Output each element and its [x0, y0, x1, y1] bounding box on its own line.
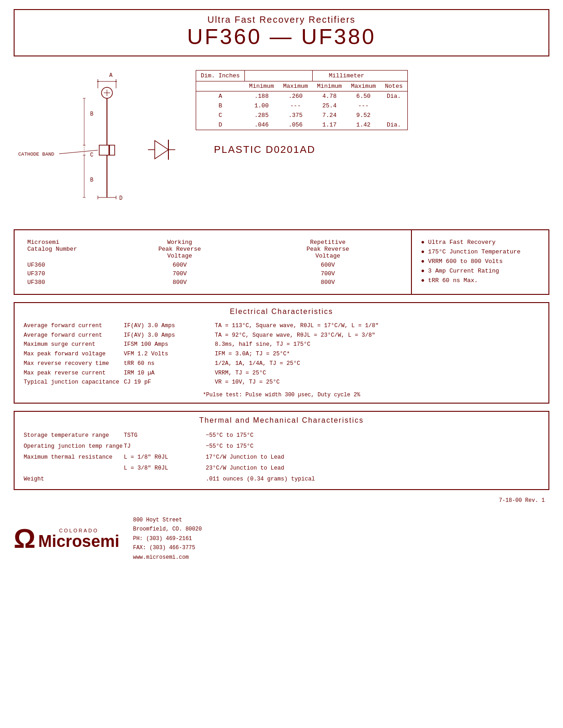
thermal-row: Operating junction temp range TJ −55°C t… — [24, 441, 539, 452]
contact-info: 800 Hoyt Street Broomfield, CO. 80020 PH… — [133, 516, 202, 562]
elec-condition: VR = 10V, TJ = 25°C — [215, 378, 539, 387]
logo-text-area: COLORADO Microsemi — [38, 528, 119, 550]
elec-condition: TA = 113°C, Square wave, RθJL = 17°C/W, … — [215, 322, 539, 330]
feature-item: 175°C Junction Temperature — [421, 247, 539, 257]
electrical-row: Average forward current IF(AV) 3.0 Amps … — [24, 331, 539, 340]
electrical-row: Max peak reverse current IRM 10 µA VRRM,… — [24, 369, 539, 378]
header-box: Ultra Fast Recovery Rectifiers UF360 — U… — [14, 9, 549, 56]
dim-row: A .188 .260 4.78 6.50 Dia. — [196, 91, 408, 101]
svg-text:C: C — [90, 152, 93, 158]
address-line1: 800 Hoyt Street — [133, 516, 202, 525]
electrical-section: Electrical Characteristics Average forwa… — [14, 302, 549, 404]
elec-symbol: tRR 60 ns — [124, 359, 215, 368]
thermal-row: Weight .011 ounces (0.34 grams) typical — [24, 474, 539, 485]
elec-condition: TA = 92°C, Square wave, RθJL = 23°C/W, L… — [215, 331, 539, 340]
svg-rect-11 — [99, 145, 115, 155]
fax: FAX: (303) 466-3775 — [133, 543, 202, 552]
address-line2: Broomfield, CO. 80020 — [133, 525, 202, 534]
catalog-row: UF370 700V 700V — [24, 269, 402, 278]
elec-param: Typical junction capacitance — [24, 378, 124, 387]
elec-param: Max peak reverse current — [24, 369, 124, 378]
therm-value: 17°C/W Junction to Lead — [206, 453, 539, 462]
schematic-diagram: A B CATHODE BAND — [14, 66, 187, 211]
therm-param: Operating junction temp range — [24, 442, 124, 451]
dimensions-table: Dim. Inches Millimeter Minimum Maximum M… — [196, 70, 408, 130]
elec-param: Average forward current — [24, 331, 124, 340]
elec-param: Maximum surge current — [24, 340, 124, 349]
therm-value: −55°C to 175°C — [206, 442, 539, 451]
electrical-row: Max peak forward voltage VFM 1.2 Volts I… — [24, 349, 539, 359]
thermal-section: Thermal and Mechanical Characteristics S… — [14, 411, 549, 490]
electrical-row: Typical junction capacitance CJ 19 pF VR… — [24, 378, 539, 387]
thermal-rows: Storage temperature range TSTG −55°C to … — [24, 430, 539, 485]
diagram-area: A B CATHODE BAND — [14, 66, 187, 220]
electrical-row: Average forward current IF(AV) 3.0 Amps … — [24, 321, 539, 331]
diagram-section: A B CATHODE BAND — [14, 66, 549, 220]
elec-symbol: IF(AV) 3.0 Amps — [124, 331, 215, 340]
elec-condition: 8.3ms, half sine, TJ = 175°C — [215, 340, 539, 349]
elec-condition: IFM = 3.0A; TJ = 25°C* — [215, 350, 539, 359]
elec-symbol: IFSM 100 Amps — [124, 340, 215, 349]
header-subtitle: Ultra Fast Recovery Rectifiers — [24, 15, 539, 25]
dim-table-area: Dim. Inches Millimeter Minimum Maximum M… — [196, 66, 549, 220]
therm-symbol: L = 3/8" RθJL — [124, 464, 206, 473]
dim-row: C .285 .375 7.24 9.52 — [196, 111, 408, 120]
mm-col-header: Millimeter — [313, 70, 380, 81]
catalog-row: UF380 800V 800V — [24, 278, 402, 287]
elec-symbol: IRM 10 µA — [124, 369, 215, 378]
logo-section: Ω COLORADO Microsemi 800 Hoyt Street Bro… — [14, 511, 549, 562]
dim-row: B 1.00 --- 25.4 --- — [196, 101, 408, 111]
svg-text:B: B — [90, 177, 93, 183]
elec-symbol: IF(AV) 3.0 Amps — [124, 322, 215, 330]
features-list: Ultra Fast Recovery175°C Junction Temper… — [421, 238, 539, 285]
catalog-col3-header: RepetitivePeak ReverseVoltage — [254, 238, 402, 261]
svg-text:D: D — [119, 195, 122, 202]
thermal-row: Maximum thermal resistance L = 1/8" RθJL… — [24, 452, 539, 463]
header-part-number: UF360 — UF380 — [24, 25, 539, 49]
catalog-table: MicrosemiCatalog Number WorkingPeak Reve… — [24, 238, 402, 287]
therm-value: .011 ounces (0.34 grams) typical — [206, 475, 539, 484]
pulse-note: *Pulse test: Pulse width 300 µsec, Duty … — [24, 392, 539, 398]
elec-param: Max peak forward voltage — [24, 350, 124, 359]
dim-col-header: Dim. Inches — [196, 70, 245, 81]
logo-microsemi: Microsemi — [38, 533, 119, 550]
feature-item: Ultra Fast Recovery — [421, 238, 539, 247]
package-label: PLASTIC D0201AD — [214, 144, 549, 156]
therm-value: 23°C/W Junction to Lead — [206, 464, 539, 473]
electrical-rows: Average forward current IF(AV) 3.0 Amps … — [24, 321, 539, 387]
therm-param: Storage temperature range — [24, 431, 124, 440]
electrical-row: Max reverse recovery time tRR 60 ns 1/2A… — [24, 359, 539, 369]
footer-revision: 7-18-00 Rev. 1 — [14, 497, 549, 504]
thermal-row: Storage temperature range TSTG −55°C to … — [24, 430, 539, 441]
svg-text:CATHODE BAND: CATHODE BAND — [18, 152, 55, 157]
catalog-left: MicrosemiCatalog Number WorkingPeak Reve… — [15, 230, 412, 294]
thermal-row: L = 3/8" RθJL 23°C/W Junction to Lead — [24, 463, 539, 474]
electrical-title: Electrical Characteristics — [24, 308, 539, 316]
elec-param: Max reverse recovery time — [24, 359, 124, 368]
svg-text:A: A — [109, 72, 113, 79]
logo-area: Ω COLORADO Microsemi — [14, 525, 119, 552]
therm-param: Maximum thermal resistance — [24, 453, 124, 462]
therm-symbol: TJ — [124, 442, 206, 451]
website: www.microsemi.com — [133, 553, 202, 562]
elec-symbol: VFM 1.2 Volts — [124, 350, 215, 359]
features-box: Ultra Fast Recovery175°C Junction Temper… — [412, 230, 548, 294]
electrical-row: Maximum surge current IFSM 100 Amps 8.3m… — [24, 340, 539, 349]
thermal-title: Thermal and Mechanical Characteristics — [24, 416, 539, 425]
svg-text:B: B — [90, 111, 93, 117]
catalog-row: UF360 600V 600V — [24, 261, 402, 269]
phone: PH: (303) 469-2161 — [133, 534, 202, 543]
therm-value: −55°C to 175°C — [206, 431, 539, 440]
therm-param: Weight — [24, 475, 124, 484]
elec-param: Average forward current — [24, 322, 124, 330]
feature-item: VRRM 600 to 800 Volts — [421, 257, 539, 266]
feature-item: 3 Amp Current Rating — [421, 266, 539, 276]
elec-symbol: CJ 19 pF — [124, 378, 215, 387]
logo-omega-symbol: Ω — [14, 525, 36, 552]
elec-condition: 1/2A, 1A, 1/4A, TJ = 25°C — [215, 359, 539, 368]
therm-symbol: L = 1/8" RθJL — [124, 453, 206, 462]
inches-col-header — [244, 70, 312, 81]
dim-row: D .046 .056 1.17 1.42 Dia. — [196, 120, 408, 130]
catalog-col2-header: WorkingPeak ReverseVoltage — [106, 238, 254, 261]
feature-item: tRR 60 ns Max. — [421, 276, 539, 285]
